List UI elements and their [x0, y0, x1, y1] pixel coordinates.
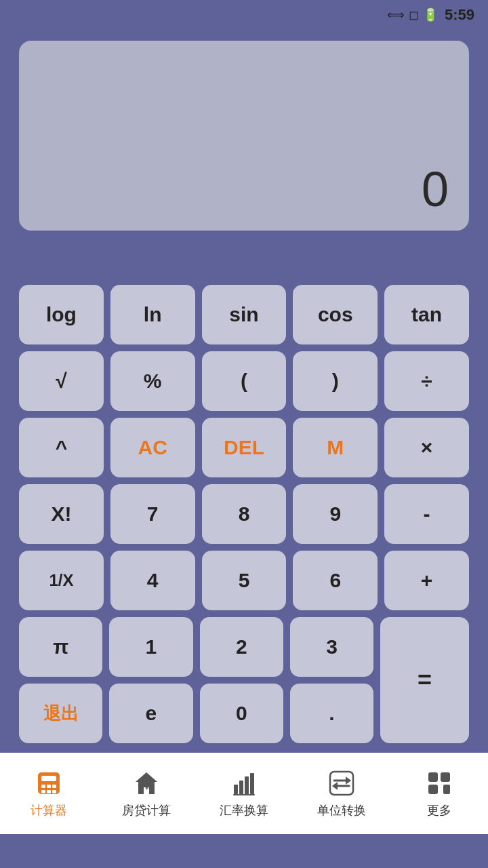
button-row-4: X! 7 8 9 - — [19, 484, 469, 544]
eight-button[interactable]: 8 — [202, 484, 287, 544]
connectivity-icon: ⟺ — [387, 7, 405, 22]
nav-unit-label: 单位转换 — [317, 802, 366, 818]
chart-bar-icon — [229, 768, 259, 798]
button-row-6: π 1 2 3 — [19, 617, 373, 677]
svg-rect-4 — [52, 785, 56, 788]
close-paren-button[interactable]: ) — [293, 351, 378, 411]
divide-button[interactable]: ÷ — [384, 351, 469, 411]
last-rows-right: = — [380, 617, 469, 743]
svg-rect-7 — [52, 790, 56, 793]
pi-button[interactable]: π — [19, 617, 102, 677]
nav-more[interactable]: 更多 — [390, 753, 488, 834]
zero-button[interactable]: 0 — [200, 684, 283, 743]
multiply-button[interactable]: × — [384, 418, 469, 477]
button-row-2: √ % ( ) ÷ — [19, 351, 469, 411]
equals-button[interactable]: = — [380, 617, 469, 743]
nav-exchange-label: 汇率换算 — [220, 802, 268, 818]
memory-button[interactable]: M — [293, 418, 378, 477]
transfer-icon — [327, 768, 357, 798]
open-paren-button[interactable]: ( — [202, 351, 287, 411]
three-button[interactable]: 3 — [290, 617, 373, 677]
one-button[interactable]: 1 — [109, 617, 192, 677]
nav-house-loan[interactable]: ¥ 房贷计算 — [98, 753, 195, 834]
nav-calculator-label: 计算器 — [30, 802, 67, 818]
svg-marker-19 — [332, 782, 338, 790]
svg-rect-11 — [239, 781, 243, 794]
display-value: 0 — [422, 161, 449, 217]
svg-rect-21 — [441, 772, 450, 782]
reciprocal-button[interactable]: 1/X — [19, 551, 104, 610]
two-button[interactable]: 2 — [200, 617, 283, 677]
bottom-nav: 计算器 ¥ 房贷计算 汇率换算 — [0, 753, 488, 834]
svg-rect-13 — [250, 773, 254, 794]
svg-rect-20 — [428, 772, 438, 782]
del-button[interactable]: DEL — [202, 418, 287, 477]
svg-text:¥: ¥ — [144, 784, 149, 791]
status-bar: ⟺ ◻ 🔋 5:59 — [0, 0, 488, 30]
power-button[interactable]: ^ — [19, 418, 104, 477]
svg-rect-22 — [428, 785, 438, 794]
button-row-1: log ln sin cos tan — [19, 285, 469, 344]
nav-house-label: 房贷计算 — [122, 802, 171, 818]
status-time: 5:59 — [445, 6, 474, 24]
button-grid: log ln sin cos tan √ % ( ) ÷ ^ AC DEL M … — [0, 285, 488, 753]
svg-marker-17 — [346, 776, 351, 785]
button-row-3: ^ AC DEL M × — [19, 418, 469, 477]
factorial-button[interactable]: X! — [19, 484, 104, 544]
six-button[interactable]: 6 — [293, 551, 378, 610]
sin-button[interactable]: sin — [202, 285, 287, 344]
ln-button[interactable]: ln — [110, 285, 195, 344]
svg-rect-5 — [41, 790, 45, 793]
percent-button[interactable]: % — [110, 351, 195, 411]
battery-icon: 🔋 — [423, 7, 438, 22]
nav-more-label: 更多 — [427, 802, 451, 818]
sqrt-button[interactable]: √ — [19, 351, 104, 411]
nine-button[interactable]: 9 — [293, 484, 378, 544]
signal-icon: ◻ — [409, 7, 419, 22]
grid-icon — [424, 768, 454, 798]
button-row-7: 退出 e 0 . — [19, 684, 373, 743]
status-icons: ⟺ ◻ 🔋 — [387, 7, 438, 22]
five-button[interactable]: 5 — [202, 551, 287, 610]
nav-exchange[interactable]: 汇率换算 — [195, 753, 293, 834]
button-row-5: 1/X 4 5 6 + — [19, 551, 469, 610]
nav-calculator[interactable]: 计算器 — [0, 753, 98, 834]
svg-rect-10 — [234, 785, 238, 794]
dot-button[interactable]: . — [290, 684, 373, 743]
seven-button[interactable]: 7 — [110, 484, 195, 544]
ac-button[interactable]: AC — [110, 418, 195, 477]
log-button[interactable]: log — [19, 285, 104, 344]
last-rows: π 1 2 3 退出 e 0 . = — [19, 617, 469, 743]
svg-rect-15 — [330, 772, 353, 795]
calculator-icon — [34, 768, 64, 798]
subtract-button[interactable]: - — [384, 484, 469, 544]
exit-button[interactable]: 退出 — [19, 684, 102, 743]
house-icon: ¥ — [131, 768, 161, 798]
e-button[interactable]: e — [109, 684, 192, 743]
svg-rect-12 — [245, 776, 249, 794]
svg-rect-2 — [41, 785, 45, 788]
display-screen: 0 — [19, 41, 469, 231]
nav-unit-convert[interactable]: 单位转换 — [293, 753, 390, 834]
last-rows-left: π 1 2 3 退出 e 0 . — [19, 617, 373, 743]
svg-rect-1 — [41, 776, 56, 781]
svg-rect-14 — [233, 794, 255, 795]
svg-rect-24 — [443, 787, 450, 794]
svg-rect-6 — [47, 790, 51, 793]
add-button[interactable]: + — [384, 551, 469, 610]
cos-button[interactable]: cos — [293, 285, 378, 344]
svg-rect-3 — [47, 785, 51, 788]
tan-button[interactable]: tan — [384, 285, 469, 344]
four-button[interactable]: 4 — [110, 551, 195, 610]
